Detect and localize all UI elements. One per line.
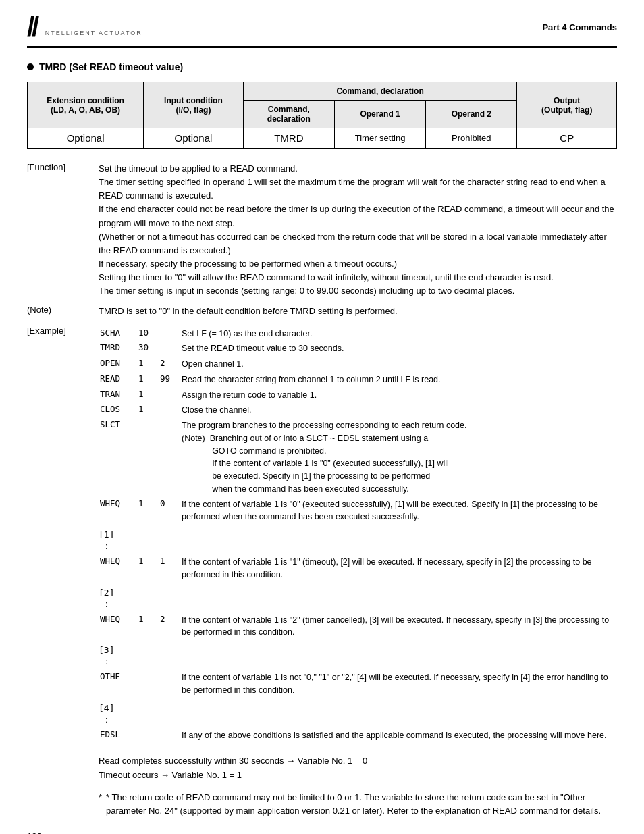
ex-row-edsl: EDSL If any of the above conditions is s… bbox=[100, 729, 616, 743]
operand1-header: Operand 1 bbox=[334, 101, 425, 128]
ex-cmd-wheq2: WHEQ bbox=[100, 613, 137, 640]
ex-op2-tmrd bbox=[160, 342, 180, 356]
function-label: [Function] bbox=[27, 162, 88, 298]
cmd-decl-sub-header: Command,declaration bbox=[243, 101, 334, 128]
ex-op2-open: 2 bbox=[160, 357, 180, 371]
ex-cmd-clos: CLOS bbox=[100, 403, 137, 417]
page-number: 196 bbox=[27, 831, 617, 834]
function-text: Set the timeout to be applied to a READ … bbox=[99, 162, 617, 298]
op1-value: Timer setting bbox=[334, 128, 425, 149]
example-label: [Example] bbox=[27, 325, 88, 818]
dots1: : bbox=[105, 541, 617, 551]
ex-desc-clos: Close the channel. bbox=[182, 403, 616, 417]
output-header: Output(Output, flag) bbox=[517, 82, 617, 128]
ex-op1-open: 1 bbox=[138, 357, 159, 371]
ex-cmd-edsl: EDSL bbox=[100, 729, 137, 743]
ex-row-wheq1: WHEQ 1 1 If the content of variable 1 is… bbox=[100, 555, 616, 582]
ex-op1-clos: 1 bbox=[138, 403, 159, 417]
function-section: [Function] Set the timeout to be applied… bbox=[27, 162, 617, 298]
ex-cmd-othe: OTHE bbox=[100, 671, 137, 698]
ex-row-read: READ 1 99 Read the character string from… bbox=[100, 373, 616, 387]
ex-op2-clos bbox=[160, 403, 180, 417]
ex-desc-wheq2: If the content of variable 1 is "2" (tim… bbox=[182, 613, 616, 640]
note-text: TMRD is set to "0" in the default condit… bbox=[99, 305, 617, 318]
bullet-icon bbox=[27, 63, 34, 70]
cmd-value: TMRD bbox=[243, 128, 334, 149]
ex-desc-wheq1: If the content of variable 1 is "1" (tim… bbox=[182, 555, 616, 582]
example-edsl-table: EDSL If any of the above conditions is s… bbox=[99, 727, 617, 744]
page-header: // INTELLIGENT ACTUATOR Part 4 Commands bbox=[27, 14, 617, 48]
ex-row-tran: TRAN 1 Assign the return code to variabl… bbox=[100, 388, 616, 402]
section-title: TMRD (Set READ timeout value) bbox=[27, 61, 617, 72]
ex-op2-wheq2: 2 bbox=[160, 613, 180, 640]
function-para-1: Set the timeout to be applied to a READ … bbox=[99, 162, 617, 176]
ex-row-wheq0: WHEQ 1 0 If the content of variable 1 is… bbox=[100, 498, 616, 525]
example-content: SCHA 10 Set LF (= 10) as the end charact… bbox=[99, 325, 617, 818]
footer-note-text: * The return code of READ command may no… bbox=[106, 791, 617, 818]
function-para-6: Setting the timer to "0" will allow the … bbox=[99, 271, 617, 284]
ex-op1-tmrd: 30 bbox=[138, 342, 159, 356]
bracket4-label: [4] bbox=[99, 703, 617, 713]
ex-op2-wheq0: 0 bbox=[160, 498, 180, 525]
ex-desc-slct: The program branches to the processing c… bbox=[182, 419, 616, 496]
command-table: Extension condition(LD, A, O, AB, OB) In… bbox=[27, 82, 617, 149]
summary-line1: Read completes successfully within 30 se… bbox=[99, 754, 617, 768]
ex-row-open: OPEN 1 2 Open channel 1. bbox=[100, 357, 616, 371]
example-commands-table: SCHA 10 Set LF (= 10) as the end charact… bbox=[99, 325, 617, 526]
ext-cond-header: Extension condition(LD, A, O, AB, OB) bbox=[28, 82, 144, 128]
summary-line2: Timeout occurs → Variable No. 1 = 1 bbox=[99, 768, 617, 783]
ex-desc-edsl: If any of the above conditions is satisf… bbox=[182, 729, 616, 743]
ex-desc-open: Open channel 1. bbox=[182, 357, 616, 371]
ex-cmd-open: OPEN bbox=[100, 357, 137, 371]
ex-op2-tran bbox=[160, 388, 180, 402]
ex-cmd-tmrd: TMRD bbox=[100, 342, 137, 356]
ex-op1-wheq1: 1 bbox=[138, 555, 159, 582]
ex-cmd-wheq0: WHEQ bbox=[100, 498, 137, 525]
ex-row-wheq2: WHEQ 1 2 If the content of variable 1 is… bbox=[100, 613, 616, 640]
function-para-4: (Whether or not a timeout has occurred c… bbox=[99, 230, 617, 257]
ex-cmd-scha: SCHA bbox=[100, 327, 137, 341]
ex-op2-scha bbox=[160, 327, 180, 341]
ex-op2-edsl bbox=[160, 729, 180, 743]
example-wheq2-table: WHEQ 1 2 If the content of variable 1 is… bbox=[99, 612, 617, 642]
ex-row-othe: OTHE If the content of variable 1 is not… bbox=[100, 671, 616, 698]
ex-desc-othe: If the content of variable 1 is not "0,"… bbox=[182, 671, 616, 698]
ex-op2-slct bbox=[160, 419, 180, 496]
ex-desc-wheq0: If the content of variable 1 is "0" (exe… bbox=[182, 498, 616, 525]
input-cond-header: Input condition(I/O, flag) bbox=[144, 82, 244, 128]
ex-cmd-read: READ bbox=[100, 373, 137, 387]
ex-cmd-tran: TRAN bbox=[100, 388, 137, 402]
function-para-5: If necessary, specify the processing to … bbox=[99, 257, 617, 271]
ex-op1-tran: 1 bbox=[138, 388, 159, 402]
logo-area: // INTELLIGENT ACTUATOR bbox=[27, 14, 142, 41]
bracket3-label: [3] bbox=[99, 645, 617, 655]
ex-op1-scha: 10 bbox=[138, 327, 159, 341]
note-section: (Note) TMRD is set to "0" in the default… bbox=[27, 305, 617, 318]
logo-slashes: // bbox=[27, 14, 36, 41]
ex-row-slct: SLCT The program branches to the process… bbox=[100, 419, 616, 496]
ex-row-tmrd: TMRD 30 Set the READ timeout value to 30… bbox=[100, 342, 616, 356]
ex-op1-read: 1 bbox=[138, 373, 159, 387]
example-section: [Example] SCHA 10 Set LF (= 10) as the e… bbox=[27, 325, 617, 818]
operand2-header: Operand 2 bbox=[426, 101, 517, 128]
input-cond-value: Optional bbox=[144, 128, 244, 149]
function-para-7: The timer setting is input in seconds (s… bbox=[99, 284, 617, 298]
footer-note-section: * * The return code of READ command may … bbox=[99, 791, 617, 818]
ex-desc-tran: Assign the return code to variable 1. bbox=[182, 388, 616, 402]
ex-desc-scha: Set LF (= 10) as the end character. bbox=[182, 327, 616, 341]
asterisk-icon: * bbox=[99, 791, 102, 818]
dots4: : bbox=[105, 714, 617, 725]
ex-cmd-wheq1: WHEQ bbox=[100, 555, 137, 582]
op2-value: Prohibited bbox=[426, 128, 517, 149]
ex-op1-edsl bbox=[138, 729, 159, 743]
bracket1-label: [1] bbox=[99, 529, 617, 540]
ex-op2-othe bbox=[160, 671, 180, 698]
ext-cond-value: Optional bbox=[28, 128, 144, 149]
ex-row-scha: SCHA 10 Set LF (= 10) as the end charact… bbox=[100, 327, 616, 341]
function-para-2: The timer setting specified in operand 1… bbox=[99, 176, 617, 203]
dots3: : bbox=[105, 656, 617, 667]
summary-section: Read completes successfully within 30 se… bbox=[99, 754, 617, 783]
section-title-text: TMRD (Set READ timeout value) bbox=[39, 61, 183, 72]
bracket2-label: [2] bbox=[99, 588, 617, 598]
out-value: CP bbox=[517, 128, 617, 149]
